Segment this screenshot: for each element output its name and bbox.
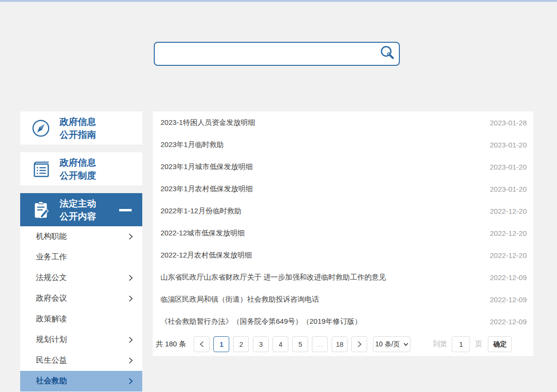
- compass-icon: [30, 117, 52, 139]
- list-item[interactable]: 《社会救助暂行办法》（国务院令第649号）（2019年修订版） 2022-12-…: [153, 310, 533, 332]
- chevron-right-icon: [128, 233, 134, 240]
- card-label-line1: 法定主动: [60, 197, 96, 210]
- sidebar-item-label: 社会救助: [36, 376, 67, 386]
- page-button-5[interactable]: 5: [292, 336, 308, 352]
- clipboard-pen-icon: [30, 199, 52, 221]
- article-title[interactable]: 《社会救助暂行办法》（国务院令第649号）（2019年修订版）: [161, 317, 361, 326]
- article-title[interactable]: 2023年1月临时救助: [161, 140, 224, 149]
- article-date: 2022-12-09: [484, 318, 527, 326]
- top-accent-bar: [0, 0, 557, 2]
- chevron-right-icon: [128, 378, 134, 385]
- sidebar-item-guihuajihua[interactable]: 规划计划: [20, 330, 142, 350]
- page-button-2[interactable]: 2: [233, 336, 249, 352]
- chevron-right-icon: [128, 274, 134, 282]
- list-item[interactable]: 2022-12月农村低保发放明细 2022-12-20: [153, 244, 533, 266]
- article-title[interactable]: 2022-12城市低保发放明细: [161, 229, 245, 238]
- chevron-right-icon: [128, 357, 134, 364]
- article-date: 2023-01-20: [484, 141, 527, 149]
- search-button[interactable]: [376, 43, 399, 65]
- article-list-panel: 2023-1特困人员资金发放明细 2023-01-28 2023年1月临时救助 …: [153, 111, 533, 356]
- article-date: 2022-12-09: [484, 295, 527, 304]
- sidebar-item-label: 政府会议: [36, 294, 67, 304]
- article-title[interactable]: 2023年1月农村低保发放明细: [161, 184, 253, 194]
- chevron-right-icon: [357, 341, 362, 348]
- list-item[interactable]: 山东省民政厅山东省财政厅关于 进一步加强和改进临时救助工作的意见 2022-12…: [153, 266, 533, 288]
- article-title[interactable]: 山东省民政厅山东省财政厅关于 进一步加强和改进临时救助工作的意见: [161, 273, 386, 282]
- page-size-value: 10 条/页: [375, 340, 400, 349]
- list-item[interactable]: 2023-1特困人员资金发放明细 2023-01-28: [153, 111, 533, 134]
- goto-page-input[interactable]: [452, 336, 470, 352]
- card-label-line1: 政府信息: [60, 115, 96, 128]
- list-item[interactable]: 2022-12城市低保发放明细 2022-12-20: [153, 222, 533, 244]
- article-date: 2023-01-20: [484, 163, 527, 171]
- search-box: [154, 42, 400, 66]
- article-date: 2022-12-20: [484, 229, 527, 237]
- sidebar-item-zhengcejiedu[interactable]: 政策解读: [20, 309, 142, 330]
- sidebar-item-label: 法规公文: [36, 273, 67, 283]
- goto-page-suffix: 页: [475, 340, 482, 349]
- list-item[interactable]: 2023年1月临时救助 2023-01-20: [153, 134, 533, 156]
- chevron-left-icon: [199, 341, 205, 348]
- article-title[interactable]: 2023-1特困人员资金发放明细: [161, 118, 255, 127]
- page-button-4[interactable]: 4: [272, 336, 288, 352]
- article-date: 2022-12-09: [484, 273, 527, 282]
- sidebar-item-faguigongwen[interactable]: 法规公文: [20, 268, 142, 288]
- sidebar-item-zhengfuhuiyi[interactable]: 政府会议: [20, 288, 142, 309]
- goto-page-prefix: 到第: [433, 340, 447, 349]
- page-ellipsis-button[interactable]: ...: [312, 336, 328, 352]
- article-date: 2022-12-20: [484, 251, 527, 259]
- page-button-18[interactable]: 18: [332, 336, 347, 352]
- pagination-bar: 共 180 条 1 2 3 4 5 ... 18 10 条/页 到第 页 确定: [153, 332, 533, 356]
- list-item[interactable]: 临淄区民政局和镇（街道）社会救助投诉咨询电话 2022-12-09: [153, 288, 533, 310]
- chevron-right-icon: [128, 295, 134, 302]
- sidebar-item-label: 业务工作: [36, 252, 67, 262]
- sidebar-item-minshenggongyi[interactable]: 民生公益: [20, 350, 142, 371]
- list-item[interactable]: 2022年1-12月份临时救助 2022-12-20: [153, 200, 533, 222]
- sidebar-item-shehuijiuzhu[interactable]: 社会救助: [20, 371, 142, 392]
- sidebar-card-legal-disclosure[interactable]: 法定主动 公开内容: [20, 193, 142, 226]
- sidebar-card-gov-info-system[interactable]: 政府信息 公开制度: [20, 152, 142, 185]
- sidebar-item-label: 机构职能: [36, 232, 67, 242]
- next-page-button[interactable]: [351, 336, 367, 352]
- page-button-1[interactable]: 1: [213, 336, 229, 352]
- card-label-line2: 公开制度: [60, 169, 96, 182]
- chevron-right-icon: [128, 336, 134, 343]
- collapse-minus-icon[interactable]: [119, 209, 132, 211]
- page-button-3[interactable]: 3: [253, 336, 269, 352]
- chevron-down-icon: [403, 343, 408, 346]
- list-item[interactable]: 2023年1月城市低保发放明细 2023-01-20: [153, 156, 533, 178]
- sidebar-item-yewugongzuo[interactable]: 业务工作: [20, 247, 142, 268]
- sidebar-submenu: 机构职能 业务工作 法规公文 政府会议 政策解读 规划计划 民生公益: [20, 226, 142, 392]
- article-date: 2022-12-20: [484, 207, 527, 215]
- card-label-line1: 政府信息: [60, 156, 96, 169]
- card-label-line2: 公开内容: [60, 210, 96, 223]
- sidebar-item-label: 政策解读: [36, 314, 67, 324]
- page-size-select[interactable]: 10 条/页: [373, 336, 410, 352]
- list-item[interactable]: 2023年1月农村低保发放明细 2023-01-20: [153, 178, 533, 200]
- sidebar-item-jigouzhineng[interactable]: 机构职能: [20, 226, 142, 247]
- article-date: 2023-01-20: [484, 185, 527, 193]
- card-label-line2: 公开指南: [60, 128, 96, 141]
- sidebar-item-label: 规划计划: [36, 335, 67, 345]
- prev-page-button[interactable]: [194, 336, 210, 352]
- total-count-label: 共 180 条: [156, 340, 186, 349]
- search-icon: [379, 45, 396, 63]
- article-title[interactable]: 临淄区民政局和镇（街道）社会救助投诉咨询电话: [161, 295, 319, 304]
- article-title[interactable]: 2022-12月农村低保发放明细: [161, 251, 252, 260]
- sidebar-card-gov-info-guide[interactable]: 政府信息 公开指南: [20, 111, 142, 145]
- article-date: 2023-01-28: [484, 119, 527, 127]
- sidebar-item-label: 民生公益: [36, 355, 67, 366]
- goto-confirm-button[interactable]: 确定: [488, 336, 512, 352]
- article-title[interactable]: 2022年1-12月份临时救助: [161, 207, 241, 216]
- book-icon: [30, 158, 52, 180]
- search-input[interactable]: [155, 43, 376, 65]
- article-title[interactable]: 2023年1月城市低保发放明细: [161, 162, 253, 172]
